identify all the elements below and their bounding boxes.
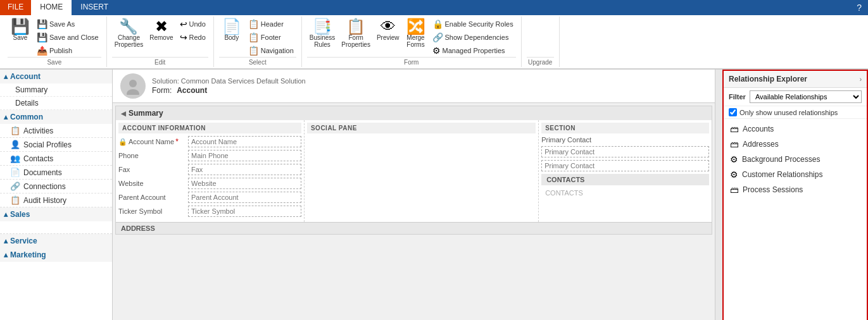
business-rules-label: BusinessRules	[310, 34, 336, 48]
summary-section-header: ◀ Summary	[116, 106, 712, 120]
checkbox-label: Only show unused relationships	[739, 109, 838, 116]
body-button[interactable]: 📄 Body	[219, 18, 244, 42]
website-input[interactable]	[188, 178, 301, 189]
save-as-label: Save As	[49, 20, 75, 28]
sidebar-item-summary[interactable]: Summary	[0, 83, 112, 97]
tab-file[interactable]: FILE	[0, 0, 31, 15]
summary-triangle: ◀	[121, 110, 126, 117]
publish-icon: 📤	[37, 46, 47, 56]
field-phone: Phone	[118, 150, 301, 161]
form-properties-button[interactable]: 📋 FormProperties	[339, 18, 373, 49]
save-label: Save	[13, 34, 28, 41]
sidebar-item-audit-history[interactable]: 📋 Audit History	[0, 194, 112, 207]
fax-input[interactable]	[188, 164, 301, 175]
unused-relationships-checkbox[interactable]	[729, 108, 737, 116]
activities-label: Activities	[23, 126, 53, 135]
right-panel-item-accounts[interactable]: 🗃 Accounts	[724, 121, 867, 137]
business-rules-button[interactable]: 📑 BusinessRules	[307, 18, 338, 49]
phone-input[interactable]	[188, 150, 301, 161]
form-stack: 🔒 Enable Security Roles 🔗 Show Dependenc…	[430, 18, 516, 57]
form-name: Account	[177, 86, 207, 95]
sales-placeholder	[0, 221, 112, 234]
sidebar-item-social-profiles[interactable]: 👤 Social Profiles	[0, 138, 112, 152]
remove-button[interactable]: ✖ Remove	[147, 18, 175, 42]
form-column-social-pane: SOCIAL PANE	[305, 120, 539, 222]
service-section-triangle: ▴	[4, 237, 8, 245]
social-pane-header: SOCIAL PANE	[307, 123, 536, 133]
publish-button[interactable]: 📤 Publish	[34, 44, 101, 57]
activities-icon: 📋	[10, 126, 20, 135]
solution-text: Solution: Common Data Services Default S…	[152, 77, 306, 85]
footer-button[interactable]: 📋 Footer	[246, 31, 296, 44]
show-dependencies-label: Show Dependencies	[445, 34, 509, 41]
save-button[interactable]: 💾 Save	[8, 18, 33, 42]
ribbon-select-items: 📄 Body 📋 Header 📋 Footer 📋 Navigation	[219, 18, 296, 57]
enable-security-roles-icon: 🔒	[432, 19, 443, 29]
primary-contact-label-1: Primary Contact	[541, 136, 611, 144]
footer-icon: 📋	[248, 32, 259, 42]
sidebar-section-marketing[interactable]: ▴ Marketing	[0, 248, 112, 262]
sidebar-section-common[interactable]: ▴ Common	[0, 110, 112, 124]
sidebar-item-connections[interactable]: 🔗 Connections	[0, 180, 112, 194]
preview-icon: 👁	[381, 19, 396, 34]
ribbon-tab-bar: FILE HOME INSERT ?	[0, 0, 868, 15]
change-properties-icon: 🔧	[119, 19, 138, 34]
undo-button[interactable]: ↩ Undo	[177, 18, 208, 30]
right-panel-item-background-processes[interactable]: ⚙ Background Processes	[724, 152, 867, 167]
sidebar-section-sales[interactable]: ▴ Sales	[0, 207, 112, 221]
account-name-input[interactable]	[188, 136, 301, 147]
save-as-button[interactable]: 💾 Save As	[34, 18, 101, 30]
form-column-section: Section Primary Contact CONTACTS CONTACT…	[539, 120, 712, 222]
preview-button[interactable]: 👁 Preview	[374, 18, 402, 42]
sidebar-section-account[interactable]: ▴ Account	[0, 70, 112, 83]
navigation-label: Navigation	[261, 47, 294, 54]
navigation-button[interactable]: 📋 Navigation	[246, 44, 296, 57]
ribbon: FILE HOME INSERT ? 💾 Save 💾 Save As 💾	[0, 0, 868, 70]
form-section-body: ACCOUNT INFORMATION 🔒 Account Name * Pho…	[116, 120, 712, 222]
form-properties-label: FormProperties	[341, 34, 370, 48]
save-and-close-button[interactable]: 💾 Save and Close	[34, 31, 101, 44]
publish-label: Publish	[49, 47, 72, 54]
enable-security-roles-button[interactable]: 🔒 Enable Security Roles	[430, 18, 516, 30]
ticker-symbol-input[interactable]	[188, 206, 301, 217]
primary-contact-input-2[interactable]	[541, 160, 709, 171]
sidebar-section-service[interactable]: ▴ Service	[0, 234, 112, 248]
show-dependencies-button[interactable]: 🔗 Show Dependencies	[430, 31, 516, 44]
main-scrollbar[interactable]	[715, 70, 722, 320]
merge-forms-button[interactable]: 🔀 MergeForms	[403, 18, 429, 49]
right-panel-item-process-sessions[interactable]: 🗃 Process Sessions	[724, 182, 867, 197]
right-panel-chevron-icon[interactable]: ›	[860, 76, 862, 83]
right-panel-title: Relationship Explorer	[729, 75, 807, 83]
sidebar-item-documents[interactable]: 📄 Documents	[0, 166, 112, 180]
managed-properties-button[interactable]: ⚙ Managed Properties	[430, 44, 516, 57]
help-icon[interactable]: ?	[850, 0, 868, 15]
social-profiles-label: Social Profiles	[23, 140, 72, 149]
right-panel-item-addresses[interactable]: 🗃 Addresses	[724, 137, 867, 152]
tab-insert[interactable]: INSERT	[72, 0, 117, 15]
select-stack: 📋 Header 📋 Footer 📋 Navigation	[246, 18, 296, 57]
parent-account-label: Parent Account	[118, 194, 188, 201]
connections-icon: 🔗	[10, 182, 20, 191]
filter-select[interactable]: Available Relationships	[750, 90, 862, 103]
field-primary-contact-1: Primary Contact	[541, 136, 709, 144]
primary-contact-input[interactable]	[541, 146, 709, 157]
form-properties-icon: 📋	[346, 19, 365, 34]
right-panel-item-customer-relationships[interactable]: ⚙ Customer Relationships	[724, 167, 867, 182]
tab-home[interactable]: HOME	[31, 0, 72, 15]
website-label: Website	[118, 180, 188, 187]
change-properties-button[interactable]: 🔧 ChangeProperties	[112, 18, 146, 49]
parent-account-input[interactable]	[188, 192, 301, 203]
sidebar-item-details[interactable]: Details	[0, 97, 112, 110]
header-button[interactable]: 📋 Header	[246, 18, 296, 30]
save-icon: 💾	[11, 19, 30, 34]
ribbon-group-upgrade: Upgrade	[522, 16, 560, 67]
edit-group-label: Edit	[112, 57, 208, 66]
sidebar-item-activities[interactable]: 📋 Activities	[0, 124, 112, 138]
merge-forms-icon: 🔀	[406, 19, 425, 34]
sidebar-item-contacts[interactable]: 👥 Contacts	[0, 152, 112, 166]
select-group-label: Select	[219, 57, 296, 66]
save-close-icon: 💾	[37, 32, 47, 42]
redo-button[interactable]: ↪ Redo	[177, 31, 208, 44]
ribbon-form-items: 📑 BusinessRules 📋 FormProperties 👁 Previ…	[307, 18, 516, 57]
phone-label: Phone	[118, 152, 188, 159]
